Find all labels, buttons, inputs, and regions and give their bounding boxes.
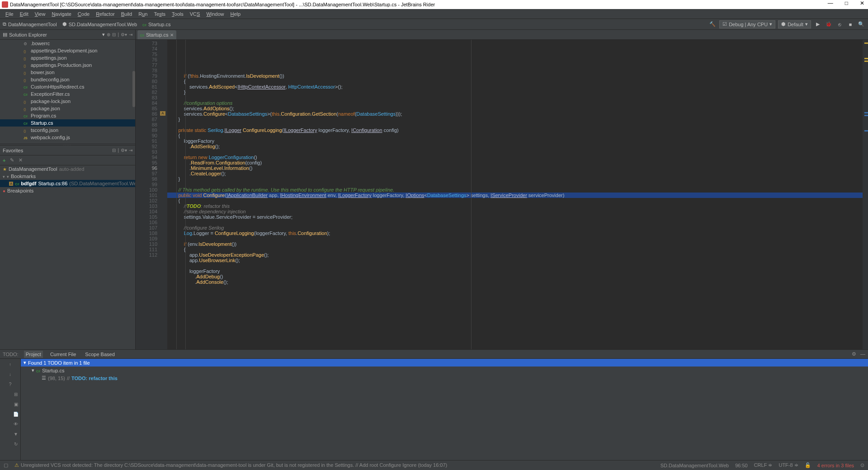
attach-button[interactable]: ⎋ <box>835 20 844 28</box>
tab-close-button[interactable]: ✕ <box>170 33 174 38</box>
panel-collapse-icon[interactable]: ▤ <box>3 32 7 38</box>
json-file-icon <box>24 62 29 68</box>
fav-hide-icon[interactable]: ⇥ <box>129 148 132 153</box>
gutter[interactable]: 7374757677787980818283848586A87888990919… <box>136 40 167 349</box>
tree-item[interactable]: bower.json <box>0 69 135 76</box>
tree-item[interactable]: .bowerrc <box>0 40 135 47</box>
solution-config-dropdown[interactable]: ☑ Debug | Any CPU ▾ <box>719 20 775 28</box>
event-log-icon[interactable]: ▢ <box>4 462 8 468</box>
menu-tests[interactable]: Tests <box>151 10 168 18</box>
cs-file-icon <box>24 84 29 89</box>
json-file-icon <box>24 127 29 133</box>
status-readonly-icon[interactable]: 🔓 <box>805 462 811 468</box>
hide-icon[interactable]: ⇥ <box>129 32 132 37</box>
tree-item[interactable]: package.json <box>0 105 135 112</box>
menu-refactor[interactable]: Refactor <box>93 10 118 18</box>
menu-file[interactable]: File <box>3 10 16 18</box>
scrollbar[interactable] <box>132 71 135 107</box>
menu-tools[interactable]: Tools <box>169 10 186 18</box>
fav-settings-icon[interactable]: ⚙▾ <box>121 148 127 153</box>
panel-dropdown-icon[interactable]: ▾ <box>102 32 105 38</box>
tree-item[interactable]: Program.cs <box>0 112 135 119</box>
tree-item[interactable]: tsconfig.json <box>0 127 135 134</box>
find-button[interactable]: 🔍 <box>857 20 865 28</box>
todo-item[interactable]: ☰ (98, 15) //TODO: refactor this <box>21 374 868 382</box>
todo-tab-current[interactable]: Current File <box>48 351 78 358</box>
bookmark-item[interactable]: A bdfgdf Startup.cs:86 (SD.DataManagemen… <box>0 180 135 187</box>
locate-icon[interactable]: ⊕ <box>107 32 110 37</box>
favorites-group[interactable]: Breakpoints <box>0 187 135 194</box>
maximize-button[interactable]: □ <box>843 0 850 6</box>
menu-edit[interactable]: Edit <box>17 10 31 18</box>
menu-help[interactable]: Help <box>228 10 244 18</box>
menu-navigate[interactable]: Navigate <box>49 10 74 18</box>
status-bg-tasks-icon[interactable]: ⊙ <box>860 462 864 468</box>
todo-tab-project[interactable]: Project <box>24 351 43 358</box>
tree-item[interactable]: Startup.cs <box>0 119 135 127</box>
editor-tab[interactable]: Startup.cs ✕ <box>137 30 176 39</box>
todo-settings-icon[interactable]: ⚙ <box>852 351 856 357</box>
todo-file-node[interactable]: ▾ Startup.cs <box>21 367 868 374</box>
fav-collapse-icon[interactable]: ⊟ <box>112 148 116 153</box>
tree-item[interactable]: CustomHttpsRedirect.cs <box>0 83 135 90</box>
favorites-group[interactable]: DataManagementTool auto-added <box>0 165 135 173</box>
menu-vcs[interactable]: VCS <box>187 10 203 18</box>
tree-item[interactable]: webpack.config.js <box>0 134 135 141</box>
todo-tab-scope[interactable]: Scope Based <box>83 351 116 358</box>
remove-favorite-button[interactable]: ✕ <box>19 157 23 163</box>
menu-run[interactable]: Run <box>136 10 150 18</box>
build-button[interactable]: 🔨 <box>708 20 717 28</box>
filter-button[interactable]: ▼ <box>12 430 19 437</box>
status-project[interactable]: SD.DataManagementTool.Web <box>660 463 729 468</box>
add-favorite-button[interactable]: + <box>3 158 5 163</box>
settings-icon[interactable]: ⚙▾ <box>121 32 127 37</box>
help-button[interactable]: ? <box>7 381 14 388</box>
tree-item[interactable]: ExceptionFilter.cs <box>0 90 135 98</box>
group-by-button[interactable]: ▣ <box>12 400 19 408</box>
run-button[interactable]: ▶ <box>814 20 822 28</box>
edit-favorite-button[interactable]: ✎ <box>10 157 14 163</box>
next-todo-button[interactable]: ↓ <box>7 371 14 378</box>
tree-item[interactable]: appsettings.Development.json <box>0 47 135 54</box>
app-icon <box>2 1 8 8</box>
crumb-file[interactable]: Startup.cs <box>142 22 170 27</box>
stop-button[interactable]: ■ <box>846 20 854 28</box>
error-stripe[interactable] <box>863 40 868 349</box>
menu-window[interactable]: Window <box>203 10 226 18</box>
status-errors[interactable]: 4 errors in 3 files <box>817 463 854 468</box>
menu-view[interactable]: View <box>32 10 48 18</box>
todo-minimize-icon[interactable]: — <box>860 351 865 357</box>
prev-todo-button[interactable]: ↑ <box>7 361 14 368</box>
solution-tree[interactable]: .bowerrcappsettings.Development.jsonapps… <box>0 40 135 144</box>
status-encoding[interactable]: UTF-8 ≑ <box>778 462 798 468</box>
preview-button[interactable]: 👁 <box>12 420 19 428</box>
favorites-group[interactable]: Bookmarks <box>0 173 135 180</box>
run-target-dropdown[interactable]: ⬢ Default ▾ <box>778 20 811 28</box>
main-area: ▤ Solution Explorer ▾ ⊕ ⊟ | ⚙▾ ⇥ .bowerr… <box>0 30 868 349</box>
minimize-button[interactable]: — <box>826 0 835 6</box>
menu-build[interactable]: Build <box>118 10 135 18</box>
favorites-list[interactable]: DataManagementTool auto-added BookmarksA… <box>0 165 135 349</box>
todo-summary[interactable]: ▾ Found 1 TODO item in 1 file <box>21 359 868 367</box>
title-bar: DataManagementTool [C:\SDSource\data-man… <box>0 0 868 9</box>
tree-item[interactable]: appsettings.Production.json <box>0 61 135 69</box>
debug-button[interactable]: 🐞 <box>825 20 833 28</box>
expand-all-button[interactable]: ⊞ <box>12 390 19 398</box>
crumb-project[interactable]: ⬢ SD.DataManagementTool.Web <box>62 21 137 27</box>
crumb-solution[interactable]: ⧉ DataManagementTool <box>3 21 57 27</box>
tree-item[interactable]: package-lock.json <box>0 98 135 105</box>
todo-tree[interactable]: ▾ Found 1 TODO item in 1 file ▾ Startup.… <box>21 359 868 460</box>
tree-item[interactable]: bundleconfig.json <box>0 76 135 83</box>
code-content[interactable]: if (!this.HostingEnvironment.IsDevelopme… <box>167 40 863 349</box>
autoscroll-button[interactable]: 📄 <box>12 410 19 418</box>
refresh-button[interactable]: ↻ <box>12 440 19 447</box>
collapse-all-icon[interactable]: ⊟ <box>112 32 116 37</box>
menu-code[interactable]: Code <box>75 10 92 18</box>
tree-item[interactable]: appsettings.json <box>0 54 135 61</box>
close-button[interactable]: ✕ <box>858 0 866 6</box>
status-eol[interactable]: CRLF ≑ <box>754 462 773 468</box>
editor-body[interactable]: 7374757677787980818283848586A87888990919… <box>136 40 868 349</box>
json-file-icon <box>24 106 29 111</box>
status-caret[interactable]: 96:50 <box>735 463 748 468</box>
vcs-notification[interactable]: Unregistered VCS root detected: The dire… <box>14 462 447 468</box>
